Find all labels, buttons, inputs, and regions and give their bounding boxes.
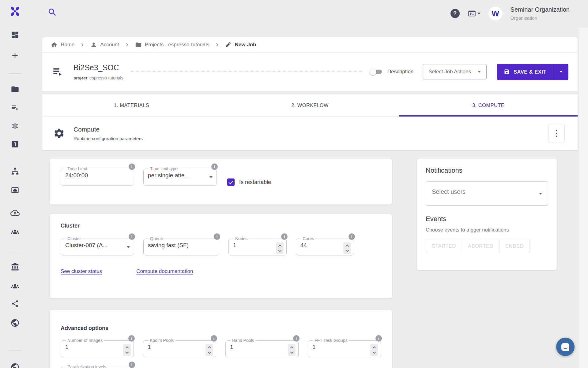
cluster-select[interactable]: Cluster Cluster-007 (A... i <box>61 236 134 255</box>
stepper-buttons[interactable] <box>288 344 296 356</box>
chevron-up-icon <box>372 346 376 350</box>
queue-value[interactable]: saving fast (SF) <box>148 242 215 249</box>
nodes-stepper[interactable]: Nodes 1 i <box>228 236 287 255</box>
time-limit-type-label: Time limit type <box>149 167 179 171</box>
save-exit-label: SAVE & EXIT <box>514 69 546 75</box>
cluster-value[interactable]: Cluster-007 (A... <box>65 242 130 249</box>
info-icon[interactable]: i <box>375 335 382 342</box>
info-icon[interactable]: i <box>128 335 135 342</box>
info-icon[interactable]: i <box>281 233 288 240</box>
home-icon <box>51 41 58 48</box>
search-icon[interactable] <box>47 7 57 17</box>
org-users-icon[interactable] <box>10 282 20 291</box>
cloud-upload-icon[interactable] <box>10 208 20 217</box>
breadcrumb-home[interactable]: Home <box>51 41 74 48</box>
toggle-switch[interactable] <box>370 68 383 75</box>
chat-launcher-button[interactable] <box>556 338 575 356</box>
breadcrumb-projects[interactable]: Projects - espresso-tutorials <box>135 41 209 48</box>
compute-section-header: Compute Runtime configuration parameters <box>42 117 578 150</box>
cluster-card: Cluster Cluster Cluster-007 (A... i Queu… <box>50 214 392 298</box>
select-users-dropdown[interactable]: Select users <box>426 181 548 206</box>
image-icon[interactable] <box>11 186 19 194</box>
fft-task-groups-value[interactable]: 1 <box>312 344 377 351</box>
scrollbar-track[interactable] <box>579 28 588 368</box>
breadcrumb-label: New Job <box>235 42 256 48</box>
materials-dots-icon[interactable] <box>11 122 19 130</box>
chevron-down-icon <box>560 71 563 73</box>
is-restartable-checkbox-group[interactable]: Is restartable <box>227 178 271 186</box>
info-icon[interactable]: i <box>211 163 218 170</box>
breadcrumb-new-job[interactable]: New Job <box>225 41 256 48</box>
share-icon[interactable] <box>11 300 19 308</box>
cluster-section-title: Cluster <box>61 223 381 229</box>
band-pools-value[interactable]: 1 <box>230 344 295 351</box>
info-icon[interactable]: i <box>129 233 135 240</box>
stepper-buttons[interactable] <box>123 344 131 356</box>
kpoint-pools-stepper[interactable]: Kpoint Pools 1 i <box>143 338 216 357</box>
save-icon <box>504 69 510 75</box>
console-icon[interactable] <box>468 9 481 18</box>
box-one-icon[interactable] <box>11 140 19 148</box>
compute-documentation-link[interactable]: Compute documentation <box>136 268 193 274</box>
stepper-buttons[interactable] <box>370 344 378 356</box>
stepper-buttons[interactable] <box>343 242 351 254</box>
workflow-tree-icon[interactable] <box>11 167 19 175</box>
event-started-button[interactable]: STARTED <box>426 239 462 253</box>
time-limit-value[interactable]: 24:00:00 <box>65 172 130 179</box>
nodes-value[interactable]: 1 <box>233 242 283 249</box>
save-exit-button[interactable]: SAVE & EXIT <box>497 64 553 80</box>
job-name[interactable]: Bi2Se3_SOC <box>74 63 123 72</box>
section-gap <box>42 91 578 94</box>
cluster-status-link[interactable]: See cluster status <box>61 268 102 274</box>
event-ended-button[interactable]: ENDED <box>499 239 530 253</box>
avatar[interactable]: W <box>488 6 503 21</box>
info-icon[interactable]: i <box>211 335 217 342</box>
info-icon[interactable]: i <box>214 233 220 240</box>
info-icon[interactable]: i <box>293 335 300 342</box>
breadcrumb-account[interactable]: Account <box>90 41 119 48</box>
select-job-actions-button[interactable]: Select Job Actions <box>423 64 487 79</box>
checkbox-checked-icon[interactable] <box>227 178 235 186</box>
tab-materials[interactable]: 1. MATERIALS <box>42 94 221 116</box>
kpoint-pools-value[interactable]: 1 <box>148 344 212 351</box>
tab-workflow[interactable]: 2. WORKFLOW <box>221 94 399 116</box>
breadcrumb-label: Home <box>61 42 74 48</box>
info-icon[interactable]: i <box>129 362 135 368</box>
tab-compute[interactable]: 3. COMPUTE <box>399 94 578 116</box>
pencil-icon <box>225 41 232 48</box>
bank-icon[interactable] <box>11 263 19 271</box>
cores-stepper[interactable]: Cores 44 i <box>296 236 354 255</box>
help-icon[interactable]: ? <box>450 9 460 18</box>
event-aborted-button[interactable]: ABORTED <box>462 239 499 253</box>
band-pools-label: Band Pools <box>231 338 256 343</box>
band-pools-stepper[interactable]: Band Pools 1 i <box>225 338 299 357</box>
job-title-row: Bi2Se3_SOC projectespresso-tutorials Des… <box>42 53 578 91</box>
number-of-images-value[interactable]: 1 <box>65 344 130 351</box>
team-icon[interactable] <box>10 228 20 237</box>
org-switcher[interactable]: Seminar Organization Organisation <box>511 6 570 21</box>
time-limit-type-value[interactable]: per single atte... <box>148 172 213 179</box>
cores-value[interactable]: 44 <box>300 242 350 249</box>
globe-icon[interactable] <box>10 318 20 328</box>
stepper-buttons[interactable] <box>276 242 284 254</box>
chevron-up-icon <box>278 244 281 248</box>
description-toggle[interactable]: Description <box>370 68 413 75</box>
job-summary-icon[interactable] <box>51 66 63 78</box>
add-icon[interactable] <box>10 51 20 60</box>
info-icon[interactable]: i <box>129 163 135 170</box>
dashboard-icon[interactable] <box>11 31 19 39</box>
time-limit-field[interactable]: Time Limit 24:00:00 i <box>61 167 134 186</box>
folder-icon[interactable] <box>11 85 19 94</box>
time-limit-type-select[interactable]: Time limit type per single atte... i <box>143 167 217 186</box>
mat3ra-logo[interactable] <box>9 6 21 17</box>
kebab-menu-button[interactable] <box>548 124 565 143</box>
fft-task-groups-stepper[interactable]: FFT Task Groups 1 i <box>308 338 381 357</box>
globe-partial-icon[interactable] <box>10 362 20 368</box>
stepper-buttons[interactable] <box>205 344 213 356</box>
jobs-list-icon[interactable] <box>11 103 19 112</box>
queue-field[interactable]: Queue saving fast (SF) i <box>143 236 219 255</box>
save-dropdown-button[interactable] <box>553 64 568 80</box>
parallelization-levels-field[interactable]: Parallelization levels i <box>61 365 134 368</box>
number-of-images-stepper[interactable]: Number of Images 1 i <box>61 338 134 357</box>
info-icon[interactable]: i <box>349 233 355 240</box>
